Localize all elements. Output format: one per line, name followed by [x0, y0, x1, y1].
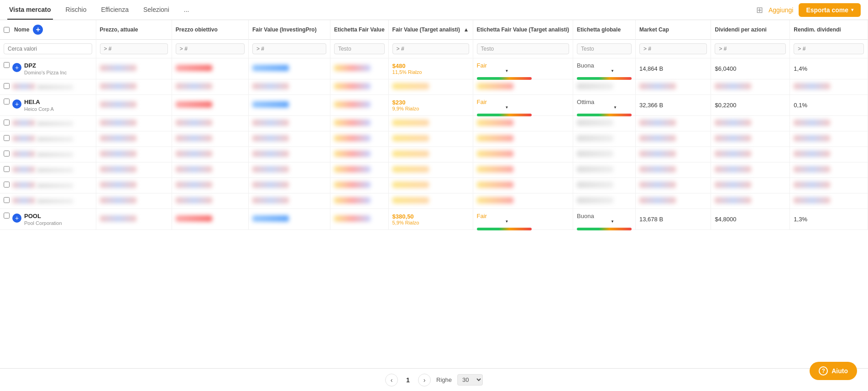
- cell-fv-pro: [248, 147, 330, 162]
- cell-etichetta-globale: [573, 147, 636, 162]
- col-etichetta-fv[interactable]: Etichetta Fair Value: [330, 20, 388, 40]
- filter-prezzo-attuale: [96, 40, 172, 58]
- cell-etichetta-fv: [330, 131, 388, 147]
- cell-rendim: [790, 79, 868, 95]
- cell-prezzo-attuale: [96, 162, 172, 178]
- cell-etichetta-fv-target: [473, 116, 573, 131]
- cell-prezzo-attuale: [96, 147, 172, 162]
- cell-dividendi: [711, 131, 790, 147]
- add-to-list-button[interactable]: +: [12, 214, 21, 223]
- col-etichetta-fv-target[interactable]: Etichetta Fair Value (Target analisti): [473, 20, 573, 40]
- filter-row: Testo Testo Testo: [0, 40, 868, 58]
- tab-rischio[interactable]: Rischio: [64, 0, 89, 20]
- col-prezzo-attuale[interactable]: Prezzo, attuale: [96, 20, 172, 40]
- cell-market-cap: [636, 178, 711, 193]
- cell-etichetta-globale: [573, 193, 636, 209]
- help-button[interactable]: ? Aiuto: [810, 362, 857, 380]
- col-market-cap[interactable]: Market Cap: [636, 20, 711, 40]
- add-to-list-button[interactable]: +: [12, 63, 21, 72]
- chevron-down-icon: ▾: [851, 7, 853, 12]
- cell-prezzo-attuale: [96, 131, 172, 147]
- row-checkbox[interactable]: [4, 213, 10, 219]
- cell-fv-target: [388, 116, 473, 131]
- cell-market-cap: [636, 162, 711, 178]
- cell-etichetta-fv: [330, 58, 388, 79]
- table-row: [0, 147, 868, 162]
- row-checkbox[interactable]: [4, 166, 10, 172]
- row-checkbox[interactable]: [4, 62, 10, 68]
- tab-selezioni[interactable]: Selezioni: [141, 0, 171, 20]
- price-blurred: [100, 65, 136, 71]
- cell-fv-target: [388, 79, 473, 95]
- grid-icon: ⊞: [756, 5, 763, 15]
- tab-vista-mercato[interactable]: Vista mercato: [7, 0, 53, 20]
- bar-background: [477, 228, 532, 230]
- select-all-checkbox[interactable]: [4, 27, 10, 33]
- col-fv-target[interactable]: Fair Value (Target analisti) ▲: [388, 20, 473, 40]
- export-button[interactable]: Esporta come ▾: [799, 3, 861, 17]
- cell-etichetta-fv-target: [473, 79, 573, 95]
- cell-etichetta-globale: [573, 162, 636, 178]
- tab-more[interactable]: ...: [182, 0, 191, 20]
- rows-per-page-select[interactable]: 30 50 100: [457, 374, 483, 386]
- filter-dividendi-input[interactable]: [715, 43, 786, 54]
- cell-name: [0, 116, 96, 131]
- fair-value-bar: ▼: [477, 219, 532, 226]
- fv-target-rialzo: 11,5% Rialzo: [392, 69, 469, 75]
- cell-etichetta-fv-target: [473, 162, 573, 178]
- cell-market-cap: [636, 193, 711, 209]
- col-etichetta-globale[interactable]: Etichetta globale: [573, 20, 636, 40]
- row-checkbox[interactable]: [4, 151, 10, 156]
- cell-dividendi: $4,8000: [711, 209, 790, 230]
- cell-dividendi: [711, 193, 790, 209]
- tab-efficienza[interactable]: Efficienza: [99, 0, 130, 20]
- global-label-buona: Buona: [577, 213, 594, 219]
- cell-prezzo-attuale: [96, 116, 172, 131]
- cell-fv-target: $480 11,5% Rialzo: [388, 58, 473, 79]
- cell-fv-pro: [248, 131, 330, 147]
- next-page-button[interactable]: ›: [418, 374, 431, 386]
- prev-page-button[interactable]: ‹: [385, 374, 398, 386]
- filter-dividendi: [711, 40, 790, 58]
- row-checkbox[interactable]: [4, 197, 10, 203]
- cell-market-cap: 13,678 B: [636, 209, 711, 230]
- table-row: [0, 162, 868, 178]
- cell-etichetta-fv-target: Fair ▼: [473, 95, 573, 116]
- cell-fv-target: $230 9,9% Rialzo: [388, 95, 473, 116]
- filter-fv-target-input[interactable]: [392, 43, 469, 54]
- row-checkbox[interactable]: [4, 182, 10, 188]
- add-column-button[interactable]: +: [33, 25, 43, 35]
- aggiungi-button[interactable]: Aggiungi: [769, 6, 794, 14]
- col-dividendi[interactable]: Dividendi per azioni: [711, 20, 790, 40]
- cell-name: [0, 178, 96, 193]
- price-blurred: [100, 215, 136, 222]
- add-to-list-button[interactable]: +: [12, 99, 21, 109]
- col-rendim[interactable]: Rendim. dividendi: [790, 20, 868, 40]
- filter-nome: [0, 40, 96, 58]
- filter-prezzo-attuale-input[interactable]: [100, 43, 168, 54]
- filter-prezzo-obiettivo-input[interactable]: [176, 43, 245, 54]
- cell-market-cap: [636, 79, 711, 95]
- filter-rendim-input[interactable]: [794, 43, 864, 54]
- fv-target-label: Fair: [477, 99, 487, 105]
- cell-prezzo-attuale: [96, 178, 172, 193]
- bar-marker-2: ▼: [613, 105, 617, 109]
- cell-name: [0, 162, 96, 178]
- cell-etichetta-globale: [573, 79, 636, 95]
- col-fair-value-pro[interactable]: Fair Value (InvestingPro): [248, 20, 330, 40]
- filter-etichetta-globale: Testo: [573, 40, 636, 58]
- filter-etichetta-fv: Testo: [330, 40, 388, 58]
- row-checkbox[interactable]: [4, 135, 10, 141]
- filter-fv-pro-input[interactable]: [252, 43, 326, 54]
- row-checkbox[interactable]: [4, 99, 10, 104]
- cell-prezzo-attuale: [96, 95, 172, 116]
- fv-target-label: Fair: [477, 213, 487, 219]
- filter-market-cap-input[interactable]: [639, 43, 707, 54]
- col-prezzo-obiettivo[interactable]: Prezzo obiettivo: [172, 20, 248, 40]
- table-row: + DPZ Domino's Pizza Inc $480 11,5% Rial…: [0, 58, 868, 79]
- cell-etichetta-fv: [330, 162, 388, 178]
- column-header-row: Nome + Prezzo, attuale Prezzo obiettivo …: [0, 20, 868, 40]
- search-input[interactable]: [4, 43, 92, 54]
- row-checkbox[interactable]: [4, 120, 10, 125]
- row-checkbox[interactable]: [4, 83, 10, 89]
